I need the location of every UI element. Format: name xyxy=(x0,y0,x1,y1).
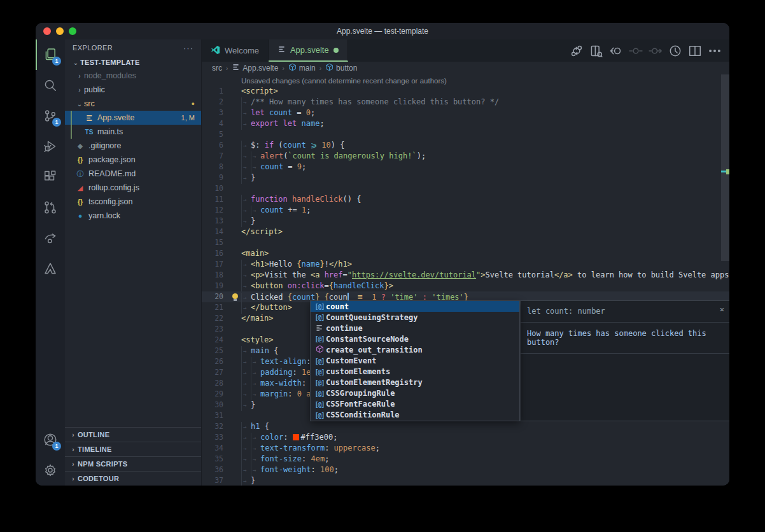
code-line-2[interactable]: 2→/** How many times has someone clicked… xyxy=(202,97,729,108)
suggestion-continue[interactable]: continue xyxy=(311,323,519,333)
code-line-35[interactable]: 35→→font-size: 4em; xyxy=(202,454,729,465)
code-line-8[interactable]: 8→→count = 9; xyxy=(202,162,729,172)
code-token: = xyxy=(292,108,306,117)
breadcrumb-item-src[interactable]: src xyxy=(212,64,222,73)
activity-item-search[interactable] xyxy=(36,70,65,101)
suggestion-constantsourcenode[interactable]: [@]ConstantSourceNode xyxy=(311,333,519,344)
activity-item-settings[interactable] xyxy=(36,455,65,486)
activity-item-github-pr[interactable] xyxy=(36,192,65,223)
symbol-module-icon xyxy=(313,345,326,354)
more-actions-icon[interactable] xyxy=(708,44,722,58)
tree-item-main-ts[interactable]: TSmain.ts xyxy=(65,125,201,139)
code-line-3[interactable]: 3→let count = 0; xyxy=(202,108,729,118)
activity-item-azure[interactable] xyxy=(36,253,65,284)
split-editor-icon[interactable] xyxy=(688,44,702,58)
css-color-swatch[interactable] xyxy=(293,434,299,440)
scrollbar-thumb[interactable] xyxy=(721,74,729,261)
suggestion-countqueuingstrategy[interactable]: [@]CountQueuingStrategy xyxy=(311,312,519,323)
tab-welcome[interactable]: Welcome xyxy=(202,39,269,62)
navigate-back-icon[interactable] xyxy=(609,44,623,58)
minimize-window-button[interactable] xyxy=(56,27,64,35)
open-changes-icon[interactable] xyxy=(589,44,603,58)
more-actions-icon[interactable]: ··· xyxy=(183,43,193,53)
code-token: main xyxy=(251,346,269,355)
activity-item-explorer[interactable]: 1 xyxy=(36,39,65,70)
code-line-1[interactable]: 1<script> xyxy=(202,86,729,97)
editor-scrollbar[interactable] xyxy=(721,74,729,486)
maximize-window-button[interactable] xyxy=(69,27,76,35)
tab-app-svelte[interactable]: App.svelte xyxy=(269,39,348,62)
suggestion-cssgroupingrule[interactable]: [@]CSSGroupingRule xyxy=(311,388,519,399)
code-line-5[interactable]: 5 xyxy=(202,129,729,140)
code-line-7[interactable]: 7→→alert(`count is dangerously high!`); xyxy=(202,151,729,162)
code-line-14[interactable]: 14</script> xyxy=(202,227,729,237)
lightbulb-icon[interactable] xyxy=(232,293,238,299)
suggestion-cssfontfacerule[interactable]: [@]CSSFontFaceRule xyxy=(311,399,519,410)
tree-item-tsconfig-json[interactable]: {}tsconfig.json xyxy=(65,195,201,209)
code-line-37[interactable]: 37→} xyxy=(202,475,729,486)
code-token: } xyxy=(319,260,324,269)
tree-root-test-template[interactable]: ⌄ TEST-TEMPLATE xyxy=(65,56,201,69)
code-editor[interactable]: Unsaved changes (cannot determine recent… xyxy=(202,74,729,486)
tree-item-package-json[interactable]: {}package.json xyxy=(65,153,201,167)
code-line-17[interactable]: 17→<h1>Hello {name}!</h1> xyxy=(202,259,729,270)
activity-item-source-control[interactable]: 1 xyxy=(36,101,65,131)
tree-item-readme-md[interactable]: ⓘREADME.md xyxy=(65,167,201,181)
code-token: <main> xyxy=(241,249,269,258)
activity-item-run-debug[interactable] xyxy=(36,131,65,162)
activity-item-extensions[interactable] xyxy=(36,162,65,192)
tree-item-public[interactable]: ›public xyxy=(65,83,201,97)
code-token: : xyxy=(288,389,297,398)
file-history-icon[interactable] xyxy=(668,44,682,58)
code-token: </script> xyxy=(241,227,283,236)
suggestion-create_out_transition[interactable]: create_out_transition xyxy=(311,344,519,355)
code-line-12[interactable]: 12→→count += 1; xyxy=(202,205,729,216)
tree-item-yarn-lock[interactable]: ●yarn.lock xyxy=(65,209,201,223)
code-line-13[interactable]: 13→} xyxy=(202,216,729,227)
code-line-33[interactable]: 33→→color: #ff3e00; xyxy=(202,432,729,443)
gitlens-compare-icon[interactable] xyxy=(570,44,584,58)
code-line-34[interactable]: 34→→text-transform: uppercase; xyxy=(202,443,729,454)
suggestion-cssconditionrule[interactable]: [@]CSSConditionRule xyxy=(311,410,519,421)
section-timeline[interactable]: ›TIMELINE xyxy=(65,442,201,456)
tree-item-node-modules[interactable]: ›node_modules xyxy=(65,69,201,83)
code-line-10[interactable]: 10 xyxy=(202,183,729,194)
code-line-16[interactable]: 16<main> xyxy=(202,248,729,259)
code-line-18[interactable]: 18→<p>Visit the <a href="https://svelte.… xyxy=(202,270,729,281)
breadcrumb-item-button[interactable]: button xyxy=(325,63,357,73)
code-line-32[interactable]: 32→h1 { xyxy=(202,421,729,432)
section-codetour[interactable]: ›CODETOUR xyxy=(65,471,201,486)
suggestion-customelements[interactable]: [@]customElements xyxy=(311,367,519,377)
symbol-variable-icon: [@] xyxy=(313,303,326,310)
section-outline[interactable]: ›OUTLINE xyxy=(65,427,201,442)
suggestion-customevent[interactable]: [@]CustomEvent xyxy=(311,355,519,366)
code-line-11[interactable]: 11→function handleClick() { xyxy=(202,194,729,205)
section-npm-scripts[interactable]: ›NPM SCRIPTS xyxy=(65,456,201,471)
explorer-header: EXPLORER ··· xyxy=(65,39,201,56)
activity-item-accounts[interactable]: 1 xyxy=(36,424,65,455)
activity-item-live-share[interactable] xyxy=(36,223,65,253)
suggestion-label: CSSFontFaceRule xyxy=(326,400,395,409)
code-line-6[interactable]: 6→$: if (count ⩾ 10) { xyxy=(202,140,729,151)
suggestion-customelementregistry[interactable]: [@]CustomElementRegistry xyxy=(311,377,519,388)
tree-item--gitignore[interactable]: ◆.gitignore xyxy=(65,139,201,153)
breadcrumb-item-app-svelte[interactable]: App.svelte xyxy=(232,63,278,73)
info-file-icon: ⓘ xyxy=(75,169,85,179)
code-line-19[interactable]: 19→<button on:click={handleClick}> xyxy=(202,281,729,291)
code-token: export let xyxy=(251,119,301,128)
code-line-4[interactable]: 4→export let name; xyxy=(202,118,729,129)
tree-item-src[interactable]: ⌄src● xyxy=(65,97,201,111)
code-line-content: →→font-weight: 100; xyxy=(241,465,729,476)
line-number: 19 xyxy=(202,281,223,291)
code-line-9[interactable]: 9→} xyxy=(202,172,729,183)
line-number: 8 xyxy=(202,162,223,172)
close-icon[interactable]: ✕ xyxy=(720,305,724,314)
breadcrumb-item-main[interactable]: main xyxy=(288,63,316,73)
close-window-button[interactable] xyxy=(43,27,51,35)
code-token: } xyxy=(251,400,255,409)
code-line-36[interactable]: 36→→font-weight: 100; xyxy=(202,465,729,475)
suggestion-count[interactable]: [@]count xyxy=(311,301,519,312)
tree-item-app-svelte[interactable]: App.svelte1, M xyxy=(65,111,201,125)
tree-item-rollup-config-js[interactable]: ◢rollup.config.js xyxy=(65,181,201,195)
code-line-15[interactable]: 15 xyxy=(202,237,729,248)
